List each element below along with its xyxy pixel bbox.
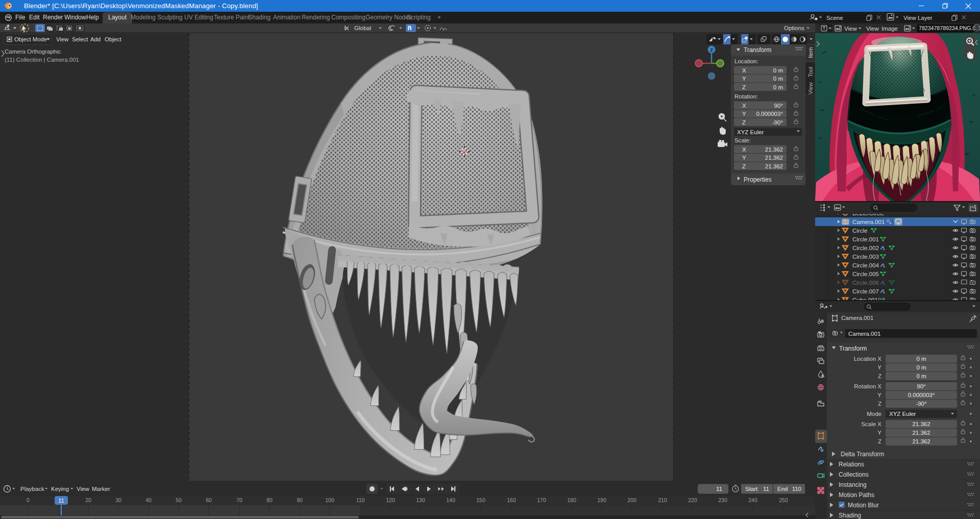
- svg-text:0.000003°: 0.000003°: [756, 111, 783, 117]
- svg-text:0 m: 0 m: [916, 356, 926, 362]
- svg-text:Options: Options: [784, 25, 804, 31]
- svg-text:Rotation X: Rotation X: [854, 383, 881, 389]
- svg-text:Collections: Collections: [839, 471, 869, 478]
- svg-text:Y: Y: [742, 111, 746, 117]
- svg-text:250: 250: [779, 497, 788, 503]
- svg-text:BezierCircle: BezierCircle: [852, 214, 884, 216]
- svg-text:Rotation:: Rotation:: [734, 93, 758, 100]
- svg-text:XYZ Euler: XYZ Euler: [737, 129, 764, 135]
- svg-text:110: 110: [792, 486, 801, 492]
- svg-text:X: X: [742, 67, 746, 73]
- svg-text:50: 50: [176, 497, 182, 503]
- svg-text:Location X: Location X: [854, 356, 882, 362]
- svg-text:130: 130: [416, 497, 425, 503]
- svg-text:11: 11: [716, 486, 722, 492]
- svg-text:-90°: -90°: [916, 401, 926, 407]
- svg-text:Tool: Tool: [807, 67, 814, 77]
- svg-text:240: 240: [748, 497, 757, 503]
- svg-text:30: 30: [115, 497, 121, 503]
- svg-text:Circle.002: Circle.002: [852, 245, 879, 251]
- svg-text:220: 220: [688, 497, 697, 503]
- svg-text:Z: Z: [742, 163, 746, 169]
- svg-text:90: 90: [297, 497, 303, 503]
- svg-text:100: 100: [325, 497, 334, 503]
- svg-text:View: View: [77, 486, 89, 492]
- svg-text:View: View: [56, 36, 69, 42]
- svg-text:21.362: 21.362: [912, 421, 930, 427]
- svg-text:21.362: 21.362: [912, 430, 930, 436]
- svg-text:Y: Y: [877, 430, 881, 436]
- svg-text:Z: Z: [742, 119, 746, 126]
- svg-text:Image: Image: [881, 26, 898, 32]
- svg-text:110: 110: [356, 497, 365, 503]
- svg-text:170: 170: [537, 497, 546, 503]
- svg-text:Circle.001: Circle.001: [852, 236, 879, 242]
- svg-text:Motion Paths: Motion Paths: [839, 491, 874, 499]
- svg-text:230: 230: [718, 497, 727, 503]
- svg-text:Scale:: Scale:: [734, 137, 751, 143]
- svg-text:Properties: Properties: [744, 176, 772, 183]
- svg-text:7823478789234.PNG.001: 7823478789234.PNG.001: [919, 25, 980, 31]
- svg-text:0 m: 0 m: [916, 373, 926, 379]
- svg-text:Camera.001: Camera.001: [841, 315, 873, 321]
- svg-text:Z: Z: [742, 84, 746, 90]
- svg-text:Z: Z: [710, 47, 713, 53]
- svg-text:140: 140: [446, 497, 455, 503]
- svg-text:Relations: Relations: [839, 461, 864, 468]
- svg-text:80: 80: [266, 497, 273, 503]
- svg-text:View: View: [866, 26, 879, 32]
- svg-text:Location:: Location:: [734, 58, 758, 64]
- svg-text:190: 190: [597, 497, 606, 503]
- svg-text:Item: Item: [807, 47, 814, 58]
- svg-text:Camera.001: Camera.001: [848, 331, 880, 337]
- svg-text:Y: Y: [742, 76, 746, 82]
- svg-text:160: 160: [507, 497, 516, 503]
- svg-text:View: View: [807, 82, 814, 94]
- svg-text:Y: Y: [877, 392, 881, 398]
- svg-text:Global: Global: [354, 25, 371, 31]
- svg-text:180: 180: [567, 497, 576, 503]
- svg-text:Z: Z: [878, 373, 881, 379]
- svg-text:0 m: 0 m: [773, 76, 783, 82]
- svg-text:21.362: 21.362: [765, 155, 783, 161]
- svg-text:XYZ Euler: XYZ Euler: [889, 411, 916, 417]
- svg-text:Motion Blur: Motion Blur: [848, 502, 879, 509]
- svg-text:View: View: [844, 26, 857, 32]
- svg-text:70: 70: [236, 497, 242, 503]
- svg-text:11: 11: [763, 486, 769, 492]
- svg-text:End: End: [777, 486, 788, 492]
- svg-text:Camera.001: Camera.001: [852, 219, 885, 225]
- svg-text:11: 11: [58, 498, 64, 504]
- svg-text:Circle.004: Circle.004: [852, 262, 879, 268]
- svg-text:60: 60: [206, 497, 212, 503]
- svg-text:21.362: 21.362: [765, 146, 783, 153]
- svg-text:Shading: Shading: [839, 512, 861, 519]
- svg-text:Transform: Transform: [839, 345, 867, 352]
- svg-text:21.362: 21.362: [765, 163, 783, 169]
- svg-text:0 m: 0 m: [773, 67, 783, 73]
- svg-text:20: 20: [85, 497, 91, 503]
- svg-text:90°: 90°: [774, 103, 783, 109]
- svg-text:Instancing: Instancing: [839, 481, 867, 488]
- svg-text:Z: Z: [878, 438, 881, 444]
- svg-text:X: X: [742, 103, 746, 109]
- svg-text:0: 0: [27, 497, 30, 503]
- svg-text:Circle.006: Circle.006: [852, 280, 879, 286]
- svg-text:0.000003°: 0.000003°: [908, 392, 935, 398]
- svg-text:X: X: [742, 146, 746, 153]
- svg-text:Y: Y: [742, 155, 746, 161]
- svg-text:150: 150: [476, 497, 485, 503]
- svg-text:Marker: Marker: [92, 486, 110, 492]
- svg-text:Object Mode: Object Mode: [14, 36, 47, 42]
- svg-text:Mode: Mode: [867, 411, 881, 417]
- svg-text:40: 40: [145, 497, 152, 503]
- svg-text:Scale X: Scale X: [861, 421, 881, 427]
- svg-text:Circle.003: Circle.003: [852, 254, 879, 260]
- svg-text:Delta Transform: Delta Transform: [841, 451, 884, 458]
- svg-text:200: 200: [627, 497, 636, 503]
- svg-text:Y: Y: [877, 364, 881, 370]
- svg-text:Circle.005: Circle.005: [852, 271, 879, 277]
- svg-text:Keying: Keying: [51, 486, 69, 492]
- svg-text:Z: Z: [878, 401, 881, 407]
- svg-text:120: 120: [386, 497, 395, 503]
